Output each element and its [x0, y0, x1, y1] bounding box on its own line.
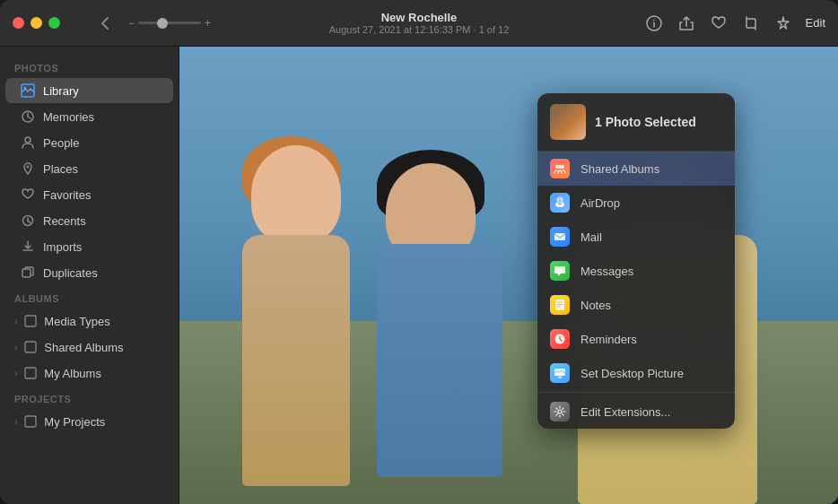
shared-albums-icon: [22, 339, 39, 355]
set-desktop-item-label: Set Desktop Picture: [580, 367, 684, 380]
info-button[interactable]: [644, 13, 664, 33]
messages-item-label: Messages: [580, 265, 633, 278]
sidebar-item-my-projects[interactable]: › My Projects: [5, 409, 173, 434]
enhance-button[interactable]: [773, 13, 793, 33]
my-projects-icon: [22, 413, 39, 430]
sidebar-places-label: Places: [43, 162, 78, 176]
reminders-dropdown-icon: [550, 329, 570, 349]
maximize-button[interactable]: [48, 17, 60, 29]
sidebar-duplicates-label: Duplicates: [43, 266, 98, 280]
dropdown-item-set-desktop[interactable]: Set Desktop Picture: [537, 356, 735, 390]
zoom-thumb[interactable]: [157, 18, 168, 29]
photo-area: 1 Photo Selected: [179, 47, 838, 504]
mail-dropdown-icon: [550, 227, 570, 247]
mail-item-label: Mail: [580, 230, 602, 244]
favorites-icon: [20, 187, 36, 203]
favorite-button[interactable]: [709, 13, 729, 33]
extensions-dropdown-icon: [550, 402, 570, 421]
dropdown-thumbnail: [550, 104, 586, 140]
share-dropdown: 1 Photo Selected: [537, 93, 735, 429]
photos-section-label: Photos: [0, 56, 179, 77]
traffic-lights: [13, 17, 60, 29]
imports-icon: [20, 239, 36, 255]
photo-subtitle: August 27, 2021 at 12:16:33 PM · 1 of 12: [329, 24, 510, 35]
person1-body: [242, 235, 350, 486]
photo-scene: [179, 47, 838, 504]
dropdown-item-notes[interactable]: Notes: [537, 288, 735, 322]
crop-button[interactable]: [741, 13, 761, 33]
reminders-item-label: Reminders: [580, 333, 637, 346]
sidebar-item-media-types[interactable]: › Media Types: [5, 308, 173, 334]
edit-button[interactable]: Edit: [806, 16, 825, 30]
dropdown-item-reminders[interactable]: Reminders: [537, 322, 735, 356]
airdrop-dropdown-icon: [550, 193, 570, 213]
dropdown-divider: [537, 392, 735, 393]
notes-item-label: Notes: [580, 299, 611, 312]
sidebar-item-people[interactable]: People: [5, 130, 173, 155]
sidebar-item-favorites[interactable]: Favorites: [5, 182, 173, 207]
recents-icon: [20, 213, 36, 229]
back-button[interactable]: [96, 14, 114, 32]
dropdown-item-airdrop[interactable]: AirDrop: [537, 186, 735, 220]
sidebar-recents-label: Recents: [43, 214, 86, 228]
sidebar-item-shared-albums[interactable]: › Shared Albums: [5, 335, 173, 360]
sidebar-media-types-label: Media Types: [44, 315, 109, 328]
dropdown-header-title: 1 Photo Selected: [595, 115, 696, 129]
notes-dropdown-icon: [550, 295, 570, 315]
sidebar-my-albums-label: My Albums: [44, 367, 101, 380]
svg-point-7: [24, 87, 27, 90]
dropdown-item-mail[interactable]: Mail: [537, 220, 735, 254]
zoom-slider: − +: [128, 17, 211, 30]
zoom-plus-icon[interactable]: +: [205, 17, 211, 30]
messages-dropdown-icon: [550, 261, 570, 281]
shared-albums-dropdown-icon: [550, 159, 570, 178]
photo-title: New Rochelle: [381, 11, 458, 24]
memories-icon: [20, 109, 36, 125]
sidebar-library-label: Library: [43, 84, 79, 98]
dropdown-header: 1 Photo Selected: [537, 93, 735, 152]
person1: [224, 145, 368, 486]
sidebar-item-my-albums[interactable]: › My Albums: [5, 361, 173, 386]
person2: [359, 154, 520, 477]
app-window: − + New Rochelle August 27, 2021 at 12:1…: [0, 0, 838, 504]
media-types-icon: [22, 313, 39, 329]
sidebar-imports-label: Imports: [43, 240, 82, 254]
svg-point-10: [27, 166, 30, 169]
airdrop-item-label: AirDrop: [580, 196, 620, 210]
svg-rect-12: [22, 269, 31, 277]
zoom-track[interactable]: [138, 22, 201, 24]
edit-extensions-item-label: Edit Extensions...: [580, 405, 670, 419]
svg-point-28: [558, 410, 562, 413]
nav-controls: − +: [96, 14, 211, 32]
sidebar-item-duplicates[interactable]: Duplicates: [5, 260, 173, 285]
sidebar-item-recents[interactable]: Recents: [5, 208, 173, 233]
close-button[interactable]: [13, 17, 24, 29]
share-button[interactable]: [677, 13, 696, 33]
people-icon: [20, 135, 36, 151]
main-content: Photos Library M: [0, 47, 838, 504]
sidebar-item-places[interactable]: Places: [5, 156, 173, 181]
sidebar-favorites-label: Favorites: [43, 188, 91, 202]
sidebar: Photos Library M: [0, 47, 179, 504]
svg-point-9: [25, 137, 31, 143]
sidebar-item-library[interactable]: Library: [5, 78, 173, 103]
sidebar-item-memories[interactable]: Memories: [5, 104, 173, 129]
shared-albums-item-label: Shared Albums: [580, 162, 659, 176]
svg-point-2: [653, 19, 655, 21]
zoom-minus-icon[interactable]: −: [128, 17, 135, 30]
dropdown-item-messages[interactable]: Messages: [537, 254, 735, 288]
svg-rect-3: [746, 19, 755, 28]
thumbnail-image: [550, 104, 586, 140]
dropdown-item-edit-extensions[interactable]: Edit Extensions...: [537, 395, 735, 429]
svg-rect-13: [25, 316, 36, 326]
minimize-button[interactable]: [31, 17, 42, 29]
sidebar-my-projects-label: My Projects: [44, 415, 105, 429]
projects-section-label: Projects: [0, 387, 179, 408]
chevron-shared-albums-icon: ›: [14, 343, 17, 352]
sidebar-item-imports[interactable]: Imports: [5, 234, 173, 259]
dropdown-item-shared-albums[interactable]: Shared Albums: [537, 152, 735, 186]
albums-section-label: Albums: [0, 286, 179, 308]
chevron-media-types-icon: ›: [14, 317, 17, 326]
places-icon: [20, 161, 36, 177]
my-albums-icon: [22, 365, 39, 381]
